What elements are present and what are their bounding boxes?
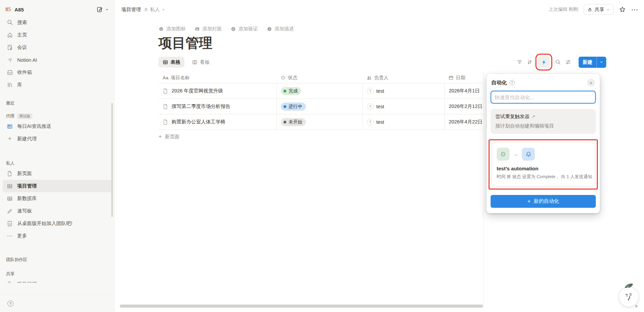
repeat-trigger-tip-card[interactable]: 尝试重复触发器 ↗ 按计划自动创建和编辑项目	[491, 109, 596, 134]
cell-date[interactable]: 2026年4月1日	[444, 83, 484, 98]
column-label: 项目名称	[171, 75, 189, 81]
notion-mascot-button[interactable]	[619, 287, 639, 307]
mascot-face-icon	[619, 287, 639, 307]
row-title[interactable]: 撰写第二季度市场分析报告	[172, 103, 230, 110]
search-icon[interactable]	[553, 57, 563, 67]
breadcrumb[interactable]: 项目管理 私人	[121, 6, 165, 13]
compose-chevron-down-icon[interactable]	[105, 7, 109, 11]
close-icon[interactable]: ×	[587, 79, 595, 87]
section-agents[interactable]: 代理 测试版	[3, 112, 112, 120]
sort-icon[interactable]	[525, 57, 535, 67]
new-automation-label: 新的自动化	[534, 198, 559, 204]
sidebar-item-new-page[interactable]: 新页面	[3, 167, 112, 180]
tab-table-view[interactable]: 表格	[158, 57, 184, 67]
share-button[interactable]: 共享	[584, 4, 614, 15]
plus-icon: +	[158, 133, 162, 140]
column-header-status[interactable]: 状态	[276, 75, 362, 81]
help-icon[interactable]: ?	[7, 301, 13, 307]
new-record-button[interactable]: 新建	[579, 57, 606, 68]
sidebar-item-label: Notion AI	[17, 57, 37, 63]
more-options-icon[interactable]: ⋯	[631, 6, 639, 13]
sidebar-item-search[interactable]: 搜索	[3, 16, 112, 29]
cell-name[interactable]: 购置新办公室人体工学椅	[158, 114, 276, 130]
cell-owner[interactable]: T test	[362, 114, 444, 130]
row-title[interactable]: 购置新办公室人体工学椅	[172, 119, 226, 125]
sidebar-item-clipped[interactable]: 项目管理	[3, 278, 112, 283]
section-shared[interactable]: 共享	[3, 270, 112, 278]
column-header-date[interactable]: 日期	[444, 75, 484, 81]
sidebar-item-project-management[interactable]: 项目管理	[3, 180, 112, 192]
action-label: 添加描述	[274, 26, 294, 32]
status-pill[interactable]: 进行中	[281, 103, 306, 111]
owner-name: test	[376, 88, 384, 94]
view-toolbar-row: 表格 看板 新建	[158, 56, 606, 68]
table-row: 2026 年度官网视觉升级 完成 T test 2026年4月1日	[158, 83, 484, 99]
page-icon	[6, 170, 13, 177]
sidebar-item-join-team[interactable]: 从桌面版开始加入团队吧!	[3, 217, 112, 230]
inbox-icon	[6, 69, 13, 76]
sidebar-item-daily-ai-news[interactable]: 每日AI资讯推送	[3, 120, 112, 133]
cell-name[interactable]: 撰写第二季度市场分析报告	[158, 99, 276, 114]
sidebar-item-library[interactable]: 库	[3, 79, 112, 91]
sidebar-item-home[interactable]: 主页	[3, 29, 112, 41]
cell-owner[interactable]: T test	[362, 99, 444, 114]
sidebar-item-new-agent[interactable]: + 新建代理	[3, 133, 112, 145]
add-verification-action[interactable]: 添加验证	[231, 26, 258, 32]
help-question-icon[interactable]: ?	[509, 80, 515, 85]
image-icon	[195, 26, 200, 32]
automation-search-box[interactable]	[491, 91, 596, 104]
automation-lightning-button[interactable]	[538, 56, 550, 68]
privacy-indicator[interactable]: 私人	[144, 6, 165, 13]
smiley-icon	[158, 26, 164, 32]
add-cover-action[interactable]: 添加封面	[195, 26, 222, 32]
sidebar-item-meetings[interactable]: 会议	[3, 41, 112, 54]
ellipsis-icon: ⋯	[6, 232, 13, 240]
notification-bell-icon	[522, 148, 535, 161]
cell-status[interactable]: 进行中	[276, 99, 362, 114]
cell-date[interactable]: 2026年2月12日	[444, 99, 484, 114]
sidebar-item-sketchpad[interactable]: 速写板	[3, 205, 112, 217]
cell-name[interactable]: 2026 年度官网视觉升级	[158, 83, 276, 98]
add-icon-action[interactable]: 添加图标	[158, 26, 186, 32]
horizontal-scrollbar[interactable]	[120, 305, 483, 308]
sidebar-item-new-database[interactable]: 新数据库	[3, 192, 112, 205]
new-automation-button[interactable]: + 新的自动化	[491, 195, 596, 208]
favorite-star-icon[interactable]	[619, 6, 626, 13]
table-icon	[6, 195, 13, 202]
sidebar-item-more[interactable]: ⋯ 更多	[3, 230, 112, 242]
automation-search-input[interactable]	[495, 94, 592, 100]
sidebar-item-label: 新页面	[17, 170, 32, 177]
cell-owner[interactable]: T test	[362, 83, 444, 98]
status-pill[interactable]: 完成	[281, 87, 301, 95]
section-teamspaces[interactable]: 团队协作区	[3, 256, 112, 264]
column-header-owner[interactable]: 负责人	[362, 75, 444, 81]
workspace-switcher[interactable]: 85 A85	[3, 3, 112, 16]
sidebar-item-notion-ai[interactable]: Notion AI	[3, 54, 112, 66]
filter-icon[interactable]	[515, 57, 525, 67]
avatar: T	[367, 119, 374, 125]
avatar: T	[367, 103, 374, 110]
cell-date[interactable]: 2026年4月22日	[444, 114, 484, 130]
table-icon	[163, 59, 168, 65]
column-header-name[interactable]: Aa 项目名称	[158, 75, 276, 81]
view-settings-sliders-icon[interactable]	[563, 57, 573, 67]
sidebar-item-inbox[interactable]: 收件箱	[3, 66, 112, 79]
section-recent[interactable]: 最近	[3, 99, 112, 107]
sidebar-item-label: 库	[17, 82, 22, 88]
tab-board-view[interactable]: 看板	[188, 57, 214, 67]
add-description-action[interactable]: 添加描述	[267, 26, 294, 32]
date-value: 2026年2月12日	[449, 103, 482, 110]
row-title[interactable]: 2026 年度官网视觉升级	[172, 88, 223, 94]
breadcrumb-page-title[interactable]: 项目管理	[121, 6, 141, 13]
verified-badge-icon	[231, 26, 236, 32]
compose-new-page-button[interactable]	[96, 6, 103, 13]
cell-status[interactable]: 完成	[276, 83, 362, 98]
chevron-down-icon[interactable]	[597, 60, 606, 64]
last-edited-label: 上次编辑 刚刚	[549, 6, 578, 12]
sidebar-scrollbar[interactable]	[111, 103, 113, 217]
status-burst-icon	[281, 75, 286, 80]
automation-card[interactable]: → test’s automation 时间 将 状态 设置为 Complete…	[492, 142, 595, 187]
cell-status[interactable]: 未开始	[276, 114, 362, 130]
section-private[interactable]: 私人	[3, 159, 112, 167]
status-pill[interactable]: 未开始	[281, 118, 306, 126]
